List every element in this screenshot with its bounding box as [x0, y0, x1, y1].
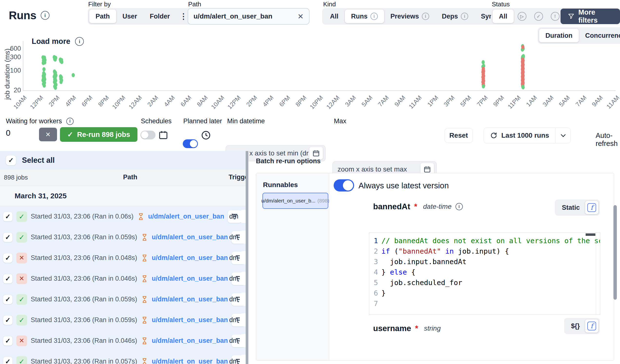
line-number: 3	[369, 257, 381, 267]
row-checkbox[interactable]: ✓	[3, 357, 13, 364]
planned-later-label: Planned later	[183, 117, 222, 125]
column-triggered-by: Trigge	[229, 173, 246, 181]
schedules-label: Schedules	[141, 117, 171, 125]
job-row[interactable]: ✓ ✓ Started 31/03, 23:06 (Ran in 0.059s)…	[0, 310, 246, 330]
run-dot-success[interactable]	[60, 60, 63, 64]
last-runs-refresh-button[interactable]: Last 1000 runs	[484, 128, 556, 143]
row-action-pill[interactable]	[240, 355, 246, 364]
run-dot-success[interactable]	[60, 80, 63, 84]
runnables-column: Runnables u/dm/alert_on_user_b... (898)	[256, 173, 329, 360]
max-datetime-input[interactable]	[338, 166, 420, 173]
waiting-workers-label: Waiting for workers	[6, 117, 62, 125]
run-dot-success[interactable]	[54, 86, 57, 90]
clock-icon	[201, 130, 211, 140]
status-badge: ✓	[16, 356, 27, 364]
row-action-pill[interactable]	[240, 272, 246, 285]
row-checkbox[interactable]: ✓	[3, 336, 13, 346]
code-line: 3 job.input.bannedAt	[369, 257, 600, 267]
run-dot-success[interactable]	[522, 85, 525, 90]
row-checkbox[interactable]: ✓	[3, 253, 13, 263]
template-mode-button[interactable]: ${}	[566, 322, 585, 330]
job-list-panel: ✓ Select all 898 jobs Path Trigge March …	[0, 151, 246, 364]
field-info-icon: i	[455, 203, 463, 210]
job-path-link[interactable]: u/dm/alert_on_user_ban	[152, 358, 228, 364]
line-number: 7	[369, 299, 381, 309]
required-star: *	[414, 202, 417, 211]
job-path-link[interactable]: u/dm/alert_on_user_ban	[152, 296, 228, 303]
row-checkbox[interactable]: ✓	[3, 315, 13, 325]
planned-later-toggle[interactable]	[183, 139, 198, 148]
last-runs-dropdown-button[interactable]	[556, 128, 571, 143]
runnable-chip[interactable]: u/dm/alert_on_user_b... (898)	[263, 193, 328, 209]
function-icon: f	[587, 203, 596, 212]
status-badge: ✓	[16, 315, 27, 325]
row-checkbox[interactable]: ✓	[3, 212, 13, 221]
job-path-link[interactable]: u/dm/alert_on_user_ban	[152, 233, 228, 241]
hourglass-icon	[141, 316, 148, 325]
code-line: 5 job.scheduled_for	[369, 277, 600, 288]
editor-scrollbar[interactable]	[586, 233, 595, 236]
latest-version-toggle[interactable]	[334, 179, 354, 192]
run-dot-failure[interactable]	[521, 45, 525, 49]
code-line: 4} else {	[369, 267, 600, 277]
bannedat-code-editor[interactable]: 1// bannedAt does not exist on all versi…	[369, 232, 600, 315]
field-type: date-time	[423, 203, 452, 211]
chevron-down-icon	[560, 132, 567, 139]
job-path-link[interactable]: u/dm/alert_on_user_ban	[148, 213, 224, 220]
runnables-label: Runnables	[263, 181, 298, 189]
scatter-plot[interactable]	[0, 0, 620, 117]
job-started-text: Started 31/03, 23:06 (Ran in 0.059s)	[31, 296, 137, 303]
select-all-checkbox[interactable]: ✓	[6, 155, 16, 166]
job-row[interactable]: ✓ ✓ Started 31/03, 23:06 (Ran in 0.059s)…	[0, 227, 246, 247]
job-started-text: Started 31/03, 23:06 (Ran in 0.06s)	[31, 213, 134, 220]
row-action-pill[interactable]	[240, 293, 246, 306]
schedules-toggle[interactable]	[140, 131, 155, 139]
job-row[interactable]: ✓ ✓ Started 31/03, 23:06 (Ran in 0.057s)…	[0, 351, 246, 364]
field-name: username	[373, 324, 411, 333]
row-action-pill[interactable]	[240, 210, 246, 223]
select-all-bar: ✓ Select all	[0, 151, 246, 169]
row-checkbox[interactable]: ✓	[3, 295, 13, 304]
job-row[interactable]: ✓ ✓ Started 31/03, 23:06 (Ran in 0.059s)…	[0, 289, 246, 310]
line-number: 1	[369, 236, 381, 246]
run-dot-success[interactable]	[72, 73, 75, 77]
javascript-mode-button[interactable]: f	[585, 319, 598, 333]
job-started-text: Started 31/03, 23:06 (Ran in 0.059s)	[31, 316, 137, 324]
bannedat-mode-segment: Static f	[555, 199, 600, 216]
row-checkbox[interactable]: ✓	[3, 274, 13, 284]
javascript-mode-button[interactable]: f	[585, 201, 598, 214]
row-action-pill[interactable]	[240, 251, 246, 264]
column-path: Path	[123, 173, 138, 181]
static-mode-button[interactable]: Static	[556, 204, 585, 212]
job-path-link[interactable]: u/dm/alert_on_user_ban	[152, 275, 228, 282]
triggered-by-text: dm	[229, 358, 238, 364]
cancel-selection-button[interactable]: ✕	[39, 128, 57, 141]
run-dot-success[interactable]	[54, 58, 57, 62]
job-row[interactable]: ✓ ✓ Started 31/03, 23:06 (Ran in 0.06s) …	[0, 206, 246, 227]
run-dot-success[interactable]	[43, 84, 46, 88]
run-dot-success[interactable]	[482, 84, 485, 89]
job-path-link[interactable]: u/dm/alert_on_user_ban	[152, 254, 228, 262]
job-row[interactable]: ✓ ✕ Started 31/03, 23:06 (Ran in 0.048s)…	[0, 247, 246, 268]
line-number: 6	[369, 288, 381, 299]
batch-rerun-title: Batch re-run options	[256, 157, 321, 165]
row-action-pill[interactable]	[240, 334, 246, 347]
run-dot-success[interactable]	[42, 67, 46, 71]
job-started-text: Started 31/03, 23:06 (Ran in 0.048s)	[31, 254, 137, 262]
row-action-pill[interactable]	[240, 230, 246, 244]
job-row[interactable]: ✓ ✕ Started 31/03, 23:06 (Ran in 0.046s)…	[0, 268, 246, 289]
reset-button[interactable]: Reset	[445, 128, 473, 143]
job-path-link[interactable]: u/dm/alert_on_user_ban	[152, 316, 228, 324]
row-action-pill[interactable]	[240, 313, 246, 326]
field-name: bannedAt	[373, 202, 410, 211]
job-list-scrollbar[interactable]	[246, 151, 248, 364]
job-row[interactable]: ✓ ✕ Started 31/03, 23:06 (Ran in 0.046s)…	[0, 330, 246, 351]
field-bannedat-header: bannedAt* date-time i	[373, 202, 463, 211]
status-badge: ✓	[16, 232, 27, 243]
row-checkbox[interactable]: ✓	[3, 232, 13, 242]
job-path-link[interactable]: u/dm/alert_on_user_ban	[152, 337, 228, 345]
rerun-jobs-button[interactable]: ✓ Re-run 898 jobs	[60, 127, 138, 142]
triggered-by-text: dm	[229, 213, 238, 220]
date-group-label: March 31, 2025	[15, 192, 66, 200]
page-scrollbar[interactable]	[613, 205, 617, 300]
